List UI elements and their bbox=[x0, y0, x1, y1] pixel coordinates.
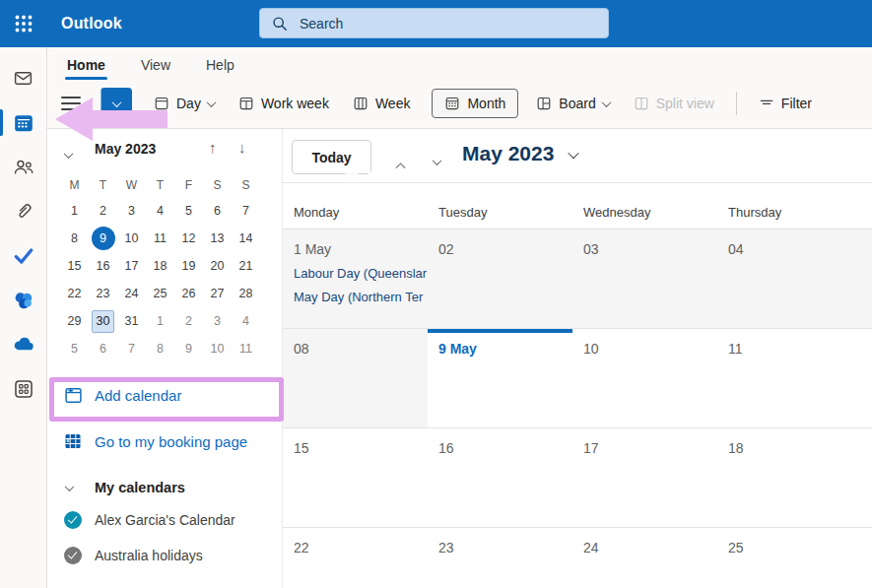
new-event-button[interactable]: New event bbox=[101, 88, 132, 119]
mini-calendar-day[interactable]: 22 bbox=[60, 280, 89, 307]
mini-calendar-day[interactable]: 10 bbox=[203, 335, 232, 362]
mini-calendar-day[interactable]: 5 bbox=[60, 335, 89, 362]
next-month-arrow-icon[interactable]: ↓ bbox=[238, 139, 246, 156]
rail-item-onedrive[interactable] bbox=[0, 322, 47, 366]
rail-item-mail[interactable] bbox=[0, 56, 47, 100]
view-day-button[interactable]: Day bbox=[144, 89, 225, 118]
mini-calendar-day[interactable]: 11 bbox=[232, 335, 260, 362]
mini-calendar-day[interactable]: 16 bbox=[89, 252, 117, 280]
mini-calendar-grid: 1 2 3 4 5 6 7 bbox=[60, 197, 260, 362]
mini-calendar-day[interactable]: 4 bbox=[232, 307, 260, 335]
mini-calendar-day[interactable]: 23 bbox=[89, 280, 117, 307]
mini-calendar-day[interactable]: 6 bbox=[89, 335, 117, 362]
mini-calendar-day[interactable]: 26 bbox=[174, 280, 203, 307]
collapse-chevron-icon[interactable] bbox=[66, 485, 73, 491]
rail-item-loop[interactable] bbox=[0, 278, 47, 322]
rail-item-attachments[interactable] bbox=[0, 189, 47, 233]
my-calendars-header[interactable]: My calendars bbox=[47, 474, 282, 501]
mini-calendar-day[interactable]: 3 bbox=[117, 197, 146, 225]
rail-item-calendar-selected[interactable] bbox=[0, 100, 47, 145]
mini-calendar-day[interactable]: 25 bbox=[146, 280, 174, 307]
mini-calendar-day[interactable]: 6 bbox=[203, 197, 232, 225]
calendar-check-icon[interactable] bbox=[64, 547, 82, 564]
mini-calendar-day[interactable]: 2 bbox=[89, 197, 117, 225]
calendar-day-cell[interactable]: 23 bbox=[428, 528, 572, 588]
mini-calendar-day[interactable]: 1 bbox=[146, 307, 174, 335]
weekday-label: F bbox=[174, 173, 203, 197]
prev-month-arrow-icon[interactable]: ↑ bbox=[209, 139, 217, 156]
mini-calendar-day[interactable]: 21 bbox=[232, 252, 260, 280]
mini-calendar-day[interactable]: 14 bbox=[232, 225, 260, 252]
mini-calendar-day[interactable]: 4 bbox=[146, 197, 174, 225]
rail-item-people[interactable] bbox=[0, 145, 47, 189]
collapse-chevron-icon[interactable] bbox=[65, 145, 72, 163]
mini-calendar-day[interactable]: 29 bbox=[60, 307, 89, 335]
next-period-chevron-icon[interactable] bbox=[434, 152, 440, 169]
booking-page-link[interactable]: B Go to my booking page bbox=[47, 427, 282, 455]
calendar-day-cell[interactable]: 11 bbox=[717, 329, 872, 428]
mini-calendar-day[interactable]: 20 bbox=[203, 252, 232, 280]
mini-calendar-day[interactable]: 12 bbox=[174, 225, 203, 252]
event-item[interactable]: Labour Day (Queenslar bbox=[294, 266, 428, 281]
mini-calendar-day[interactable]: 9 bbox=[174, 335, 203, 362]
calendar-day-cell[interactable]: 02 bbox=[428, 229, 572, 329]
mini-calendar-day[interactable]: 17 bbox=[117, 252, 146, 280]
mini-calendar-day[interactable]: 3 bbox=[203, 307, 232, 335]
add-calendar-button[interactable]: Add calendar bbox=[47, 381, 282, 409]
mini-calendar-day[interactable]: 8 bbox=[146, 335, 174, 362]
calendar-day-cell[interactable]: 08 bbox=[283, 329, 428, 428]
mini-calendar-day[interactable]: 15 bbox=[60, 252, 89, 280]
mini-calendar-day[interactable]: 28 bbox=[232, 280, 260, 307]
mini-calendar-day[interactable]: 31 bbox=[117, 307, 146, 335]
mini-calendar-day[interactable]: 24 bbox=[117, 280, 146, 307]
search-bar[interactable] bbox=[259, 8, 609, 38]
view-workweek-button[interactable]: Work week bbox=[229, 89, 339, 118]
calendar-day-cell[interactable]: 1 May Labour Day (Queenslar May Day (Nor… bbox=[283, 229, 428, 329]
calendar-list-item-alex[interactable]: Alex Garcia's Calendar bbox=[47, 506, 282, 534]
calendar-check-icon[interactable] bbox=[64, 511, 82, 529]
mini-calendar-day[interactable]: 8 bbox=[60, 225, 89, 252]
mini-calendar-day[interactable]: 5 bbox=[174, 197, 203, 225]
tab-help[interactable]: Help bbox=[204, 55, 236, 80]
calendar-day-cell[interactable]: 25 bbox=[717, 528, 872, 588]
calendar-day-cell[interactable]: 24 bbox=[572, 528, 717, 588]
tab-home[interactable]: Home bbox=[65, 55, 107, 80]
hamburger-menu-button[interactable] bbox=[61, 91, 87, 116]
calendar-day-cell[interactable]: 22 bbox=[283, 528, 428, 588]
mini-calendar-day[interactable]: 11 bbox=[146, 225, 174, 252]
mini-calendar-day[interactable]: 27 bbox=[203, 280, 232, 307]
mini-calendar-day[interactable]: 1 bbox=[60, 197, 89, 225]
new-event-dropdown[interactable] bbox=[101, 88, 132, 119]
calendar-day-cell[interactable]: 10 bbox=[572, 329, 717, 428]
view-board-button[interactable]: Board bbox=[526, 89, 619, 118]
mini-calendar-day[interactable]: 7 bbox=[117, 335, 146, 362]
mini-calendar-day[interactable]: 9 bbox=[89, 225, 117, 252]
app-launcher-button[interactable] bbox=[0, 0, 47, 47]
current-month-title[interactable]: May 2023 bbox=[462, 142, 577, 165]
calendar-list-item-australia[interactable]: Australia holidays bbox=[47, 542, 282, 569]
calendar-day-cell[interactable]: 04 bbox=[717, 229, 872, 329]
mini-calendar-day[interactable]: 10 bbox=[117, 225, 146, 252]
tab-view[interactable]: View bbox=[139, 55, 172, 80]
mini-calendar-day[interactable]: 18 bbox=[146, 252, 174, 280]
filter-label: Filter bbox=[781, 96, 812, 111]
view-week-button[interactable]: Week bbox=[343, 89, 421, 118]
calendar-day-cell[interactable]: 9 May bbox=[428, 329, 572, 428]
mini-calendar-day[interactable]: 7 bbox=[232, 197, 260, 225]
mini-calendar-day[interactable]: 19 bbox=[174, 252, 203, 280]
calendar-day-cell[interactable]: 15 bbox=[283, 428, 428, 528]
mini-calendar-day[interactable]: 30 bbox=[89, 307, 117, 335]
calendar-day-cell[interactable]: 03 bbox=[572, 229, 717, 329]
rail-item-todo[interactable] bbox=[0, 233, 47, 278]
calendar-day-cell[interactable]: 16 bbox=[428, 428, 572, 528]
mini-calendar-title[interactable]: May 2023 bbox=[95, 141, 156, 157]
mini-calendar-day[interactable]: 13 bbox=[203, 225, 232, 252]
event-item[interactable]: May Day (Northern Ter bbox=[294, 290, 428, 304]
calendar-day-cell[interactable]: 18 bbox=[717, 428, 872, 528]
search-input[interactable] bbox=[300, 16, 546, 32]
calendar-day-cell[interactable]: 17 bbox=[572, 428, 717, 528]
mini-calendar-day[interactable]: 2 bbox=[174, 307, 203, 335]
filter-button[interactable]: Filter bbox=[749, 89, 822, 118]
view-month-button-selected[interactable]: Month bbox=[432, 89, 518, 118]
rail-item-more-apps[interactable] bbox=[0, 366, 47, 411]
